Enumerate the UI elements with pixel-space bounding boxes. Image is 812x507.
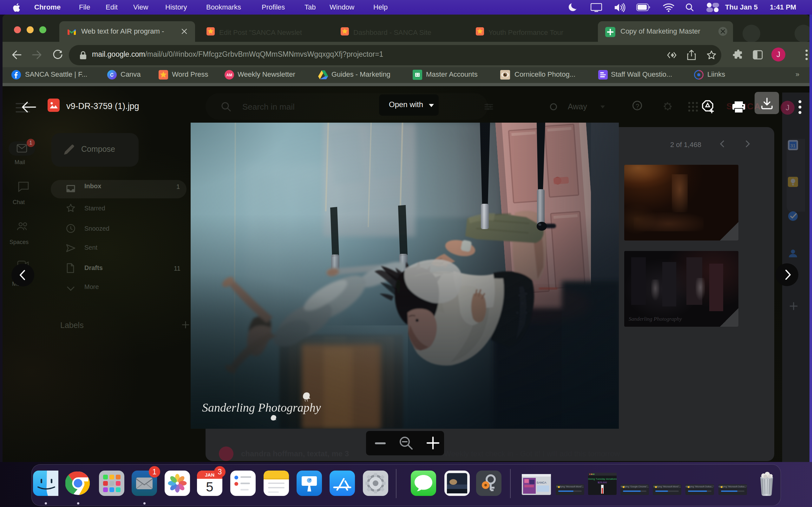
svg-text:Verifying "Microsoft Outloo...: Verifying "Microsoft Outloo..." [718,486,747,488]
svg-text:Verifying "Microsoft Outloo...: Verifying "Microsoft Outloo..." [686,486,714,488]
svg-text:SANCA: SANCA [537,481,546,484]
svg-text:Verifying "Google Chrome"...: Verifying "Google Chrome"... [620,486,649,488]
svg-text:AM: AM [226,73,233,77]
svg-text:Sanderling Photography: Sanderling Photography [202,401,321,414]
svg-text:Verifying "Microsoft Word"...: Verifying "Microsoft Word"... [653,486,681,488]
svg-text:31: 31 [791,143,796,148]
svg-text:JAN: JAN [205,472,214,477]
svg-text:Verifying "Microsoft Word"...: Verifying "Microsoft Word"... [556,486,584,488]
svg-text:Giving Tuesday donations: Giving Tuesday donations [588,477,617,481]
svg-text:5: 5 [206,480,213,494]
svg-text:$25,000: $25,000 [598,481,607,484]
